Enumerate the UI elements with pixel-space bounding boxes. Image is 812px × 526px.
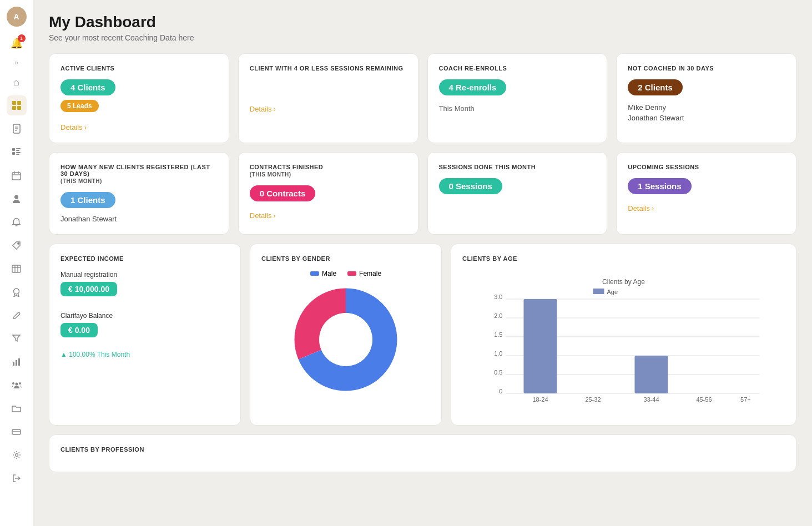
funnel-icon[interactable]: [7, 328, 27, 348]
top-cards-grid: ACTIVE CLIENTS 4 Clients 5 Leads Details…: [49, 53, 796, 143]
active-clients-details[interactable]: Details ›: [60, 123, 218, 132]
document-icon[interactable]: [7, 119, 27, 139]
dashboard-icon[interactable]: [7, 95, 27, 115]
less-sessions-card: CLIENT WITH 4 OR LESS SESSIONS REMAINING…: [238, 53, 418, 143]
svg-point-29: [15, 383, 18, 386]
age-bar-svg: Clients by Age Age 0 0.5 1.0 1.5 2.0 3.0: [462, 274, 785, 407]
svg-rect-14: [12, 173, 21, 180]
svg-text:1.0: 1.0: [494, 350, 502, 357]
profession-label: CLIENTS BY PROFESSION: [60, 446, 785, 453]
calendar-icon[interactable]: [7, 165, 27, 185]
manual-value: € 10,000.00: [60, 282, 117, 296]
tag-icon[interactable]: [7, 235, 27, 255]
not-coached-card: NOT COACHED IN 30 DAYS 2 Clients Mike De…: [616, 53, 796, 143]
svg-rect-3: [17, 106, 21, 110]
home-icon[interactable]: ⌂: [7, 72, 27, 92]
donut-legend: Male Female: [310, 270, 381, 277]
balance-label: Clarifayo Balance: [60, 312, 229, 320]
contracts-label: CONTRACTS FINISHED (THIS MONTH): [250, 164, 407, 178]
svg-point-18: [14, 195, 18, 199]
balance-value: € 0.00: [60, 323, 98, 337]
grid-list-icon[interactable]: [7, 142, 27, 162]
expand-button[interactable]: »: [12, 57, 21, 69]
coach-reenrolls-card: COACH RE-ENROLLS 4 Re-enrolls This Month: [427, 53, 608, 143]
male-legend-dot: [310, 271, 319, 276]
svg-point-20: [17, 243, 18, 244]
female-legend-label: Female: [359, 270, 381, 277]
svg-rect-39: [593, 289, 604, 294]
award-icon[interactable]: [7, 282, 27, 302]
svg-rect-12: [16, 152, 21, 153]
bar-chart-icon[interactable]: [7, 352, 27, 372]
bottom-grid: EXPECTED INCOME Manual registration € 10…: [49, 244, 796, 426]
gender-label: CLIENTS BY GENDER: [261, 255, 330, 262]
this-month-text: This Month: [439, 104, 596, 113]
active-clients-badge: 4 Clients: [60, 79, 115, 95]
avatar[interactable]: A: [7, 7, 27, 27]
group-icon[interactable]: [7, 375, 27, 395]
svg-rect-53: [524, 299, 557, 393]
svg-rect-9: [16, 148, 21, 149]
svg-rect-13: [16, 154, 19, 155]
less-sessions-label: CLIENT WITH 4 OR LESS SESSIONS REMAINING: [250, 65, 407, 72]
svg-text:0: 0: [499, 388, 502, 394]
contracts-card: CONTRACTS FINISHED (THIS MONTH) 0 Contra…: [238, 152, 418, 235]
svg-point-34: [15, 454, 18, 457]
upcoming-sessions-card: UPCOMING SESSIONS 1 Sessions Details ›: [616, 152, 796, 235]
not-coached-label: NOT COACHED IN 30 DAYS: [628, 65, 785, 72]
upcoming-sessions-details[interactable]: Details ›: [628, 204, 785, 213]
contracts-details[interactable]: Details ›: [250, 211, 407, 220]
not-coached-client-2: Jonathan Stewart: [628, 114, 785, 122]
logout-icon[interactable]: [7, 468, 27, 488]
svg-text:45-56: 45-56: [696, 396, 712, 403]
page-title: My Dashboard: [49, 13, 796, 31]
coach-reenrolls-label: COACH RE-ENROLLS: [439, 65, 596, 72]
not-coached-client-1: Mike Denny: [628, 103, 785, 112]
expected-income-card: EXPECTED INCOME Manual registration € 10…: [49, 244, 241, 426]
svg-text:3.0: 3.0: [494, 294, 502, 300]
table-icon[interactable]: [7, 259, 27, 279]
sessions-done-card: SESSIONS DONE THIS MONTH 0 Sessions: [427, 152, 608, 235]
profession-card: CLIENTS BY PROFESSION: [49, 434, 796, 472]
male-legend-label: Male: [322, 270, 336, 277]
svg-point-30: [12, 382, 14, 385]
svg-rect-1: [17, 101, 21, 105]
sessions-done-badge: 0 Sessions: [439, 178, 502, 194]
person-icon[interactable]: [7, 189, 27, 209]
male-legend: Male: [310, 270, 336, 277]
new-client-name: Jonathan Stewart: [60, 215, 218, 223]
not-coached-badge: 2 Clients: [628, 79, 683, 95]
female-legend: Female: [347, 270, 381, 277]
svg-text:1.5: 1.5: [494, 331, 502, 338]
new-clients-badge: 1 Clients: [60, 192, 115, 208]
svg-text:0.5: 0.5: [494, 369, 502, 376]
svg-rect-2: [12, 106, 16, 110]
edit-icon[interactable]: [7, 305, 27, 325]
svg-point-25: [14, 289, 19, 294]
age-chart-card: CLIENTS BY AGE Clients by Age Age 0 0.5 …: [451, 244, 796, 426]
less-sessions-details[interactable]: Details ›: [250, 105, 407, 113]
upcoming-sessions-label: UPCOMING SESSIONS: [628, 164, 785, 170]
expected-income-label: EXPECTED INCOME: [60, 255, 229, 262]
settings-icon[interactable]: [7, 445, 27, 465]
new-clients-card: HOW MANY NEW CLIENTS REGISTERED (LAST 30…: [49, 152, 229, 235]
main-content: My Dashboard See your most recent Coachi…: [33, 0, 812, 526]
svg-text:Clients by Age: Clients by Age: [602, 278, 645, 286]
sidebar: A 🔔 1 » ⌂: [0, 0, 33, 526]
active-clients-card: ACTIVE CLIENTS 4 Clients 5 Leads Details…: [49, 53, 229, 143]
bell-small-icon[interactable]: [7, 212, 27, 232]
age-chart-label: CLIENTS BY AGE: [462, 255, 785, 262]
manual-reg-label: Manual registration: [60, 271, 229, 279]
svg-text:18-24: 18-24: [532, 396, 548, 403]
female-legend-dot: [347, 271, 356, 276]
svg-rect-26: [13, 362, 14, 366]
svg-rect-54: [635, 356, 668, 393]
creditcard-icon[interactable]: [7, 422, 27, 442]
notification-icon[interactable]: 🔔 1: [7, 33, 27, 53]
svg-point-31: [19, 382, 21, 385]
svg-text:57+: 57+: [740, 396, 751, 403]
new-clients-label: HOW MANY NEW CLIENTS REGISTERED (LAST 30…: [60, 164, 218, 184]
leads-badge: 5 Leads: [60, 100, 99, 112]
folder-icon[interactable]: [7, 398, 27, 418]
svg-rect-28: [18, 358, 20, 366]
